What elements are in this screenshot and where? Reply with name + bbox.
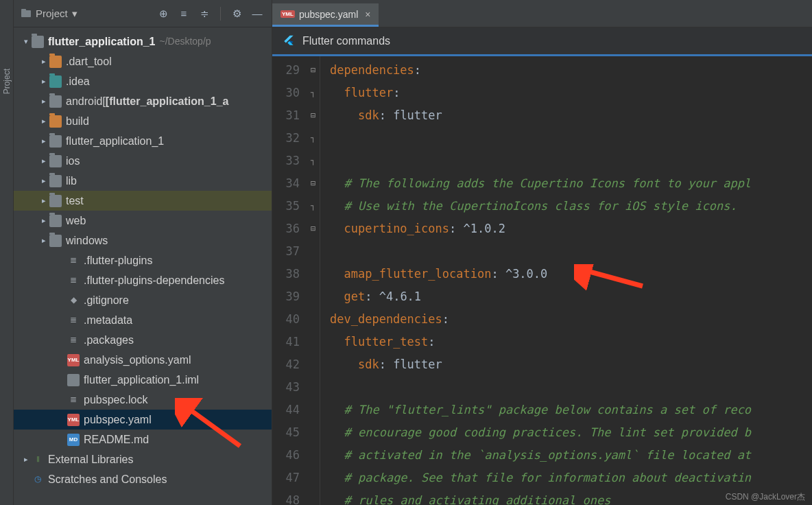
line-number: 35 [272, 195, 300, 218]
tree-item[interactable]: ▸YMLpubspec.yaml [14, 410, 272, 430]
line-number: 39 [272, 285, 300, 308]
tree-item[interactable]: ▸≣pubspec.lock [14, 390, 272, 410]
tree-item[interactable]: ▸test [14, 191, 272, 211]
code-line[interactable]: # activated in the `analysis_options.yam… [330, 444, 812, 467]
tree-item[interactable]: ▸≣.flutter-plugins-dependencies [14, 270, 272, 290]
tree-item-label: pubspec.lock [84, 390, 147, 410]
line-number: 43 [272, 376, 300, 399]
close-icon[interactable]: × [365, 9, 370, 20]
expand-arrow-icon[interactable]: ▸ [38, 151, 49, 171]
tree-item[interactable]: ▸lib [14, 171, 272, 191]
tree-item[interactable]: ▸◷Scratches and Consoles [14, 469, 272, 489]
tree-item[interactable]: ▸≣.metadata [14, 310, 272, 330]
code-line[interactable]: flutter_test: [330, 331, 812, 353]
fold-marker[interactable]: ⊟ [307, 104, 320, 127]
tab-label: pubspec.yaml [299, 9, 358, 20]
folder-icon [49, 235, 62, 247]
expand-arrow-icon[interactable]: ▸ [21, 449, 32, 469]
code-line[interactable]: sdk: flutter [330, 104, 812, 127]
folder-icon [49, 155, 62, 167]
line-number: 41 [272, 331, 300, 353]
folder-icon [49, 115, 62, 128]
target-icon[interactable]: ⊕ [156, 6, 171, 21]
code-editor[interactable]: 2930313233343536373839404142434445464748… [272, 56, 812, 505]
flutter-icon [282, 34, 296, 48]
expand-arrow-icon[interactable]: ▸ [38, 111, 49, 131]
tree-item-label: .dart_tool [66, 51, 112, 71]
line-number: 46 [272, 444, 300, 467]
gear-icon[interactable]: ⚙ [229, 6, 244, 21]
code-line[interactable] [330, 127, 812, 150]
tree-item[interactable]: ▸build [14, 111, 272, 131]
fold-marker[interactable]: ┐ [307, 150, 320, 172]
project-dropdown[interactable]: Project ▾ [21, 8, 77, 20]
expand-arrow-icon[interactable]: ▸ [38, 231, 49, 250]
expand-icon[interactable]: ≡ [176, 6, 191, 21]
tree-item[interactable]: ▸flutter_application_1 [14, 131, 272, 151]
tree-item-label: Scratches and Consoles [48, 469, 167, 489]
markdown-icon: MD [67, 434, 80, 446]
tree-item[interactable]: ▸≣.flutter-plugins [14, 250, 272, 270]
line-number: 37 [272, 240, 300, 263]
code-line[interactable]: flutter: [330, 82, 812, 104]
fold-marker[interactable]: ┐ [307, 195, 320, 218]
editor-area: YML pubspec.yaml × Flutter commands 2930… [272, 0, 812, 505]
tree-item[interactable]: ▸⦀External Libraries [14, 449, 272, 469]
code-line[interactable]: dev_dependencies: [330, 308, 812, 331]
code-content[interactable]: dependencies: flutter: sdk: flutter # Th… [320, 56, 812, 505]
tree-item[interactable]: ▸windows [14, 231, 272, 250]
code-line[interactable]: # package. See that file for information… [330, 467, 812, 489]
tree-item[interactable]: ▸.dart_tool [14, 51, 272, 71]
hide-icon[interactable]: — [250, 6, 265, 21]
tree-item[interactable]: ▸flutter_application_1.iml [14, 370, 272, 390]
tree-item[interactable]: ▾flutter_application_1~/Desktop/p [14, 32, 272, 51]
tab-pubspec[interactable]: YML pubspec.yaml × [272, 3, 379, 27]
code-line[interactable] [330, 376, 812, 399]
left-rail-project[interactable]: Project [0, 0, 14, 505]
tree-item-label: analysis_options.yaml [84, 350, 191, 370]
fold-gutter[interactable]: ⊟┐⊟┐┐⊟┐⊟ [307, 56, 320, 505]
tree-item[interactable]: ▸.idea [14, 71, 272, 91]
tree-item[interactable]: ▸YMLanalysis_options.yaml [14, 350, 272, 370]
expand-arrow-icon[interactable]: ▸ [38, 191, 49, 211]
expand-arrow-icon[interactable]: ▸ [38, 51, 49, 71]
code-line[interactable]: dependencies: [330, 59, 812, 82]
file-icon: ≣ [67, 314, 80, 327]
fold-marker[interactable]: ┐ [307, 127, 320, 150]
flutter-banner[interactable]: Flutter commands [272, 27, 812, 56]
fold-marker[interactable]: ⊟ [307, 218, 320, 240]
expand-arrow-icon[interactable]: ▸ [38, 91, 49, 111]
file-icon: ≣ [67, 255, 80, 267]
code-line[interactable] [330, 240, 812, 263]
expand-arrow-icon[interactable]: ▸ [38, 131, 49, 151]
collapse-icon[interactable]: ≑ [197, 6, 212, 21]
fold-marker[interactable]: ⊟ [307, 172, 320, 195]
expand-arrow-icon[interactable]: ▸ [38, 171, 49, 191]
tree-item[interactable]: ▸MDREADME.md [14, 430, 272, 449]
project-tree[interactable]: ▾flutter_application_1~/Desktop/p▸.dart_… [14, 27, 272, 505]
expand-arrow-icon[interactable]: ▾ [21, 32, 32, 51]
line-number: 31 [272, 104, 300, 127]
tree-item[interactable]: ▸android [[flutter_application_1_a [14, 91, 272, 111]
expand-arrow-icon[interactable]: ▸ [38, 211, 49, 231]
tree-item-label: .packages [84, 330, 134, 350]
code-line[interactable]: amap_flutter_location: ^3.0.0 [330, 263, 812, 285]
tree-item[interactable]: ▸≣.packages [14, 330, 272, 350]
tree-item[interactable]: ▸◆.gitignore [14, 290, 272, 310]
code-line[interactable]: # Use with the CupertinoIcons class for … [330, 195, 812, 218]
code-line[interactable]: # The following adds the Cupertino Icons… [330, 172, 812, 195]
code-line[interactable] [330, 150, 812, 172]
code-line[interactable]: sdk: flutter [330, 353, 812, 376]
tree-item[interactable]: ▸ios [14, 151, 272, 171]
fold-marker[interactable]: ┐ [307, 82, 320, 104]
line-number: 45 [272, 421, 300, 444]
tree-item-label: .flutter-plugins-dependencies [84, 270, 224, 290]
fold-marker[interactable]: ⊟ [307, 59, 320, 82]
code-line[interactable]: # The "flutter_lints" package below cont… [330, 399, 812, 421]
code-line[interactable]: cupertino_icons: ^1.0.2 [330, 218, 812, 240]
tree-item[interactable]: ▸web [14, 211, 272, 231]
tree-item-label: .flutter-plugins [84, 250, 153, 270]
code-line[interactable]: # encourage good coding practices. The l… [330, 421, 812, 444]
code-line[interactable]: get: ^4.6.1 [330, 285, 812, 308]
expand-arrow-icon[interactable]: ▸ [38, 71, 49, 91]
